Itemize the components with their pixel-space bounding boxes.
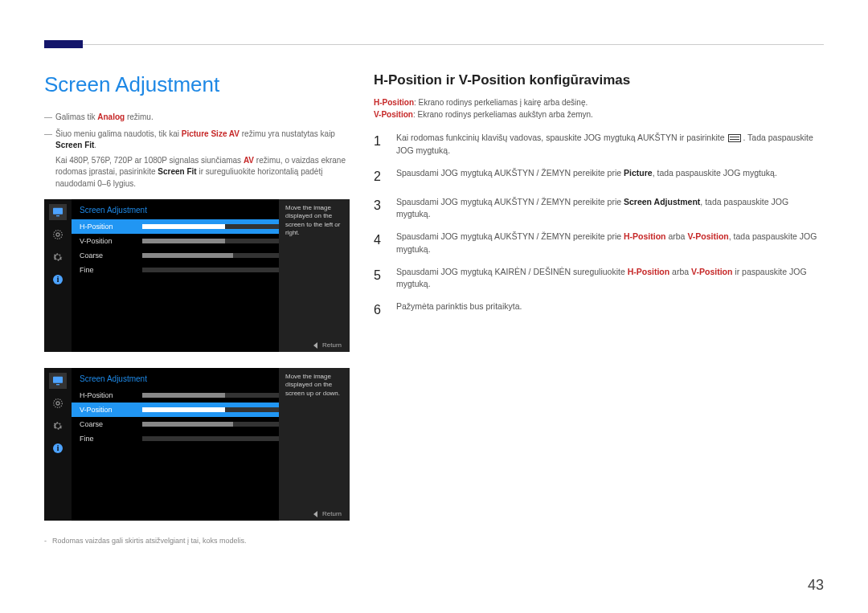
- step-text: Spausdami JOG mygtuką AUKŠTYN / ŽEMYN pe…: [396, 231, 824, 256]
- osd-main: Screen Adjustment H-Position 50V-Positio…: [72, 368, 350, 521]
- definitions: H-Position: Ekrano rodinys perkeliamas į…: [374, 96, 824, 121]
- step-2: 2Spausdami JOG mygtuką AUKŠTYN / ŽEMYN p…: [374, 167, 824, 186]
- info-icon: i: [49, 272, 67, 288]
- osd-sidebar: i: [44, 199, 72, 352]
- text: : Ekrano rodinys perkeliamas aukštyn arb…: [413, 110, 593, 119]
- osd-row-label: H-Position: [80, 391, 136, 399]
- note-analog: Galimas tik Analog režimu.: [44, 112, 350, 124]
- monitor-icon: [49, 204, 67, 220]
- vposition-term: V-Position: [374, 110, 413, 119]
- step-number: 1: [374, 132, 385, 157]
- text: režimu.: [125, 112, 154, 121]
- svg-text:i: i: [57, 276, 59, 284]
- step-number: 4: [374, 231, 385, 256]
- svg-point-2: [56, 233, 59, 236]
- screen-fit-label: Screen Fit: [158, 167, 196, 176]
- text: Kai 480P, 576P, 720P ar 1080P signalas s…: [55, 156, 244, 165]
- osd-tooltip: Move the image displayed on the screen t…: [279, 199, 350, 352]
- osd-screenshot-hposition: i Screen Adjustment H-Position 50V-Posit…: [44, 199, 350, 352]
- footnote: Rodomas vaizdas gali skirtis atsižvelgia…: [44, 537, 350, 545]
- text: .: [94, 141, 96, 149]
- dot-circle-icon: [49, 395, 67, 411]
- return-label: Return: [322, 341, 342, 349]
- step-6: 6Pažymėta parinktis bus pritaikyta.: [374, 300, 824, 320]
- text: : Ekrano rodinys perkeliamas į kairę arb…: [414, 98, 588, 107]
- step-text: Pažymėta parinktis bus pritaikyta.: [396, 300, 824, 320]
- osd-row-label: Coarse: [80, 251, 136, 260]
- step-text: Spausdami JOG mygtuką AUKŠTYN / ŽEMYN pe…: [396, 167, 824, 186]
- text: Galimas tik: [55, 112, 97, 121]
- svg-text:i: i: [57, 444, 59, 452]
- step-text: Kai rodomas funkcinių klavišų vadovas, s…: [396, 132, 824, 157]
- page-number: 43: [808, 577, 824, 594]
- picture-size-av-label: Picture Size AV: [182, 129, 240, 138]
- osd-footer: Return: [313, 338, 342, 352]
- svg-rect-6: [53, 377, 63, 383]
- section-subtitle: H-Position ir V-Position konfigūravimas: [374, 72, 824, 88]
- step-1: 1Kai rodomas funkcinių klavišų vadovas, …: [374, 132, 824, 157]
- svg-point-8: [56, 402, 59, 405]
- step-5: 5Spausdami JOG mygtuką KAIRĖN / DEŠINĖN …: [374, 266, 824, 292]
- osd-sidebar: i: [44, 368, 72, 521]
- menu-icon: [728, 134, 741, 142]
- step-text: Spausdami JOG mygtuką AUKŠTYN / ŽEMYN pe…: [396, 196, 824, 222]
- step-4: 4Spausdami JOG mygtuką AUKŠTYN / ŽEMYN p…: [374, 231, 824, 256]
- note-picture-size: Šiuo meniu galima naudotis, tik kai Pict…: [44, 129, 350, 190]
- right-column: H-Position ir V-Position konfigūravimas …: [374, 72, 824, 545]
- osd-row-label: V-Position: [80, 237, 136, 245]
- osd-row-label: Coarse: [80, 420, 136, 428]
- dot-circle-icon: [49, 227, 67, 243]
- osd-row-label: H-Position: [80, 223, 136, 231]
- step-number: 3: [374, 196, 385, 222]
- osd-row-label: Fine: [80, 435, 136, 443]
- step-number: 5: [374, 266, 385, 292]
- monitor-icon: [49, 373, 67, 389]
- page-title: Screen Adjustment: [44, 72, 350, 97]
- text: režimu yra nustatytas kaip: [240, 129, 335, 138]
- info-icon: i: [49, 440, 67, 456]
- av-label: AV: [244, 156, 254, 165]
- text: Šiuo meniu galima naudotis, tik kai: [55, 129, 182, 138]
- gear-icon: [49, 249, 67, 265]
- analog-label: Analog: [97, 112, 125, 121]
- osd-tooltip: Move the image displayed on the screen u…: [279, 368, 350, 521]
- step-3: 3Spausdami JOG mygtuką AUKŠTYN / ŽEMYN p…: [374, 196, 824, 222]
- osd-main: Screen Adjustment H-Position 50V-Positio…: [72, 199, 350, 352]
- step-number: 6: [374, 300, 385, 320]
- osd-row-label: V-Position: [80, 406, 136, 414]
- top-rule-accent: [44, 40, 83, 48]
- step-text: Spausdami JOG mygtuką KAIRĖN / DEŠINĖN s…: [396, 266, 824, 292]
- left-column: Screen Adjustment Galimas tik Analog rež…: [44, 72, 350, 545]
- svg-rect-1: [56, 215, 59, 216]
- svg-point-9: [54, 399, 63, 408]
- triangle-left-icon: [313, 511, 317, 517]
- screen-fit-label: Screen Fit: [55, 141, 94, 149]
- step-number: 2: [374, 167, 385, 186]
- triangle-left-icon: [313, 342, 317, 349]
- svg-rect-0: [53, 208, 63, 215]
- top-rule: [44, 44, 824, 45]
- return-label: Return: [322, 510, 342, 517]
- sub-note: Kai 480P, 576P, 720P ar 1080P signalas s…: [55, 155, 350, 190]
- gear-icon: [49, 418, 67, 434]
- osd-footer: Return: [313, 507, 342, 521]
- hposition-term: H-Position: [374, 98, 414, 107]
- steps-list: 1Kai rodomas funkcinių klavišų vadovas, …: [374, 132, 824, 320]
- osd-row-label: Fine: [80, 266, 136, 274]
- svg-point-3: [54, 231, 63, 239]
- osd-screenshot-vposition: i Screen Adjustment H-Position 50V-Posit…: [44, 368, 350, 521]
- svg-rect-7: [56, 384, 59, 385]
